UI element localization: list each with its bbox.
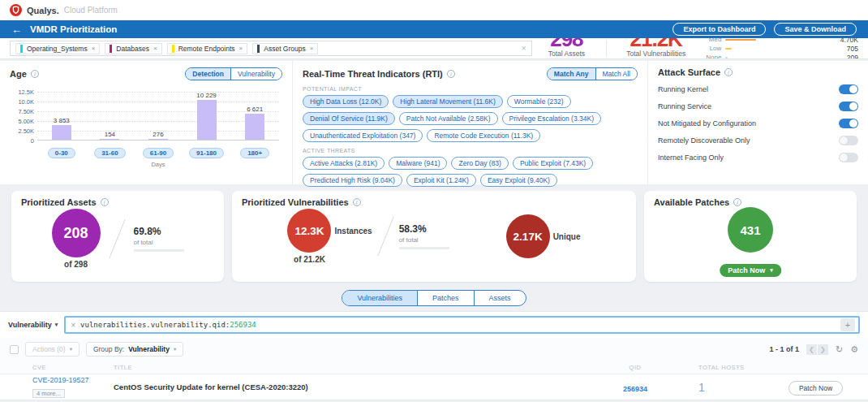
age-range-pill[interactable]: 91-180 [189, 148, 224, 158]
qid-link[interactable]: 256934 [623, 385, 647, 393]
row-patch-now-button[interactable]: Patch Now [789, 381, 843, 396]
patch-now-dropdown-button[interactable]: Patch Now ▾ [720, 264, 781, 277]
gear-icon[interactable]: ⚙ [850, 345, 858, 354]
age-range-pill[interactable]: 31-60 [94, 148, 125, 158]
active-threats-pills: Active Attacks (2.81K) Malware (941) Zer… [303, 157, 638, 187]
bar-value-label: 276 [153, 131, 163, 138]
running-service-toggle[interactable] [839, 102, 858, 111]
cve-link[interactable]: CVE-2019-19527 [32, 376, 114, 384]
match-all-option[interactable]: Match All [595, 68, 638, 80]
refresh-icon[interactable]: ↻ [836, 345, 843, 354]
rti-pill-unauthenticated-exploitation[interactable]: Unauthenticated Exploitation (347) [303, 129, 423, 142]
rti-pill-public-exploit[interactable]: Public Exploit (7.43K) [513, 157, 593, 170]
remove-tag-icon[interactable]: × [239, 45, 243, 52]
previous-page-icon[interactable]: ❮ [806, 344, 817, 355]
bar-value-label: 154 [105, 131, 115, 138]
vulns-progress-bar [399, 247, 449, 249]
filter-tags-box[interactable]: Operating_Systems × Databases × Remote E… [10, 41, 532, 56]
search-input[interactable]: × vulnerabilities.vulnerability.qid: 256… [64, 316, 860, 334]
rti-pill-denial-of-service[interactable]: Denial Of Service (11.9K) [303, 112, 395, 125]
rti-pill-malware[interactable]: Malware (941) [389, 157, 447, 170]
search-scope-label: Vulnerability [8, 321, 52, 329]
attack-surface-info-icon[interactable]: i [724, 68, 733, 76]
age-bar[interactable] [245, 114, 264, 140]
back-arrow-icon[interactable]: ← [11, 24, 22, 35]
header-title[interactable]: TITLE [114, 364, 587, 371]
tag-color-bar [257, 45, 260, 53]
remove-tag-icon[interactable]: × [153, 45, 157, 52]
header-cve[interactable]: CVE [32, 364, 114, 371]
age-range-pill[interactable]: 61-90 [143, 148, 174, 158]
rti-info-icon[interactable]: i [447, 70, 455, 78]
not-mitigated-toggle[interactable] [839, 119, 858, 128]
rti-pill-privilege-escalation[interactable]: Privilege Escalation (3.34K) [502, 112, 601, 125]
top-brand-bar: Qualys. Cloud Platform [0, 0, 868, 20]
filter-tag[interactable]: Remote Endpoints × [167, 43, 248, 54]
export-to-dashboard-button[interactable]: Export to Dashboard [672, 23, 766, 36]
filter-tag[interactable]: Asset Groups × [252, 43, 318, 54]
internet-facing-toggle[interactable] [839, 153, 858, 162]
age-toggle-vulnerability[interactable]: Vulnerability [230, 68, 281, 80]
remotely-discoverable-toggle[interactable] [839, 136, 858, 145]
rti-pill-exploit-kit[interactable]: Exploit Kit (1.24K) [406, 174, 476, 187]
age-bar[interactable] [197, 100, 217, 140]
actions-dropdown[interactable]: Actions (0) ▾ [25, 342, 79, 357]
tab-assets[interactable]: Assets [474, 291, 526, 305]
tag-color-bar [172, 45, 174, 53]
rti-pill-predicted-high-risk[interactable]: Predicted High Risk (9.04K) [303, 174, 402, 187]
rti-pill-easy-exploit[interactable]: Easy Exploit (9.40K) [480, 174, 557, 187]
rti-pill-zero-day[interactable]: Zero Day (83) [451, 157, 508, 170]
rti-pill-active-attacks[interactable]: Active Attacks (2.81K) [303, 157, 385, 170]
tab-vulnerabilities[interactable]: Vulnerabilities [342, 291, 417, 305]
age-bar[interactable] [148, 139, 168, 140]
rti-pill-wormable[interactable]: Wormable (232) [507, 95, 571, 108]
prioritized-assets-card: Prioritized Assets i 208 of 298 69.8% of… [11, 191, 224, 282]
legend-value: 4.70K [840, 38, 858, 44]
next-page-icon[interactable]: ❯ [818, 344, 828, 355]
filter-tag[interactable]: Databases × [105, 43, 161, 54]
prioritized-vulnerabilities-title: Prioritized Vulnerabilities [242, 197, 349, 207]
add-query-icon[interactable]: + [840, 318, 855, 331]
age-info-icon[interactable]: i [31, 70, 39, 78]
prioritized-assets-info-icon[interactable]: i [101, 198, 109, 206]
rti-pill-remote-code-execution[interactable]: Remote Code Execution (11.3K) [427, 129, 540, 142]
toggle-row-remotely-discoverable: Remotely Discoverable Only [658, 132, 858, 149]
tab-patches[interactable]: Patches [417, 291, 474, 305]
page-header-bar: ← VMDR Prioritization Export to Dashboar… [0, 20, 868, 38]
clear-all-filters-icon[interactable]: × [522, 44, 526, 53]
select-all-checkbox[interactable] [10, 345, 19, 354]
rti-pill-high-data-loss[interactable]: High Data Loss (12.0K) [303, 95, 389, 108]
brand-suffix: Cloud Platform [64, 6, 118, 15]
toggle-row-not-mitigated: Not Mitigated by Configuration [658, 115, 858, 132]
match-any-option[interactable]: Match Any [548, 68, 595, 80]
prioritized-assets-of: of 298 [64, 260, 88, 269]
age-bar[interactable] [100, 139, 119, 140]
legend-line [725, 39, 756, 41]
caret-down-icon: ▾ [55, 322, 58, 328]
more-cves-chip[interactable]: 4 more... [32, 389, 65, 398]
age-range-pill[interactable]: 0-30 [48, 148, 75, 158]
age-toggle-detection[interactable]: Detection [186, 68, 230, 80]
group-by-dropdown[interactable]: Group By: Vulnerability ▾ [86, 342, 183, 357]
filter-tag-label: Databases [116, 45, 149, 53]
rti-pill-high-lateral-movement[interactable]: High Lateral Movement (11.6K) [393, 95, 502, 108]
remove-tag-icon[interactable]: × [310, 45, 314, 52]
save-and-download-button[interactable]: Save & Download [774, 23, 857, 36]
toggle-label: Internet Facing Only [658, 153, 724, 162]
filter-tag[interactable]: Operating_Systems × [15, 43, 100, 54]
clear-search-icon[interactable]: × [71, 321, 75, 330]
header-total-hosts[interactable]: TOTAL HOSTS [684, 364, 773, 371]
total-assets-stat: 298 Total Assets [532, 38, 601, 58]
header-qid[interactable]: QID [587, 364, 684, 371]
available-patches-info-icon[interactable]: i [733, 198, 741, 206]
running-kernel-toggle[interactable] [839, 84, 858, 94]
remove-tag-icon[interactable]: × [92, 45, 96, 52]
rti-pill-patch-not-available[interactable]: Patch Not Available (2.58K) [399, 112, 498, 125]
table-row[interactable]: CVE-2019-19527 4 more... CentOS Security… [0, 374, 868, 400]
age-range-pill[interactable]: 180+ [240, 148, 269, 158]
search-scope-dropdown[interactable]: Vulnerability ▾ [8, 321, 58, 329]
search-query-value: 256934 [230, 321, 256, 329]
attack-surface-section: Attack Surface i Running Kernel Running … [647, 61, 868, 184]
age-bar[interactable] [52, 125, 71, 140]
prioritized-vulnerabilities-info-icon[interactable]: i [353, 198, 361, 206]
